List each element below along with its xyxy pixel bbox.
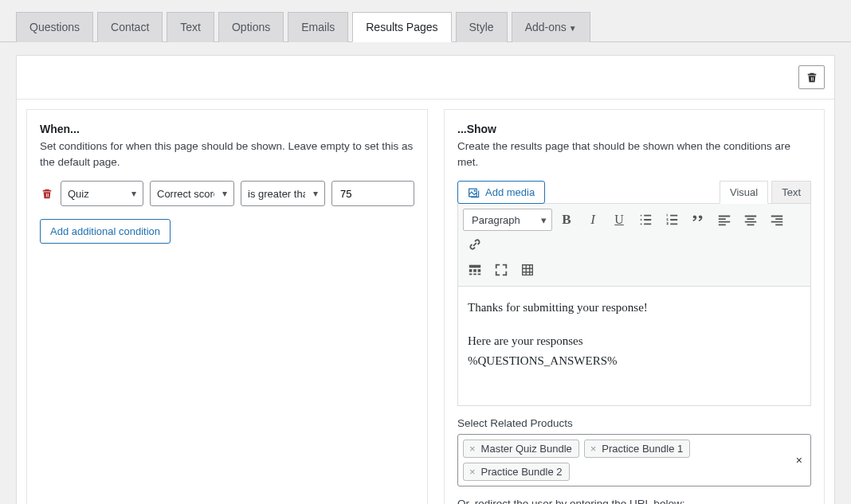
tab-emails[interactable]: Emails	[288, 12, 348, 42]
when-desc: Set conditions for when this page should…	[40, 139, 414, 170]
condition-metric-select[interactable]: Correct score	[150, 181, 234, 206]
svg-rect-5	[469, 274, 473, 275]
editor-tab-text[interactable]: Text	[771, 181, 811, 204]
table-icon	[520, 263, 535, 277]
editor-paragraph: Here are your responses%QUESTIONS_ANSWER…	[468, 331, 801, 372]
related-products-input[interactable]: × Master Quiz Bundle × Practice Bundle 1…	[457, 434, 811, 486]
chevron-down-icon: ▼	[569, 24, 577, 33]
when-title: When...	[40, 123, 414, 135]
condition-value-input[interactable]	[331, 181, 414, 206]
remove-chip-button[interactable]: ×	[588, 443, 599, 455]
editor-mode-tabs: Visual Text	[720, 181, 811, 204]
bullet-list-button[interactable]	[633, 209, 657, 231]
show-title: ...Show	[457, 123, 811, 135]
tab-text[interactable]: Text	[167, 12, 214, 42]
svg-rect-6	[473, 274, 476, 275]
format-select[interactable]: Paragraph	[463, 209, 552, 231]
link-icon	[468, 237, 482, 252]
svg-rect-7	[478, 274, 481, 275]
svg-rect-1	[469, 265, 480, 268]
remove-chip-button[interactable]: ×	[467, 466, 478, 478]
svg-rect-2	[469, 269, 473, 272]
show-panel: ...Show Create the results page that sho…	[444, 109, 825, 504]
product-chip: × Practice Bundle 2	[463, 463, 570, 481]
tab-addons[interactable]: Add-ons▼	[512, 12, 590, 42]
quote-icon	[691, 213, 705, 227]
tab-contact[interactable]: Contact	[97, 12, 163, 42]
numbered-list-icon	[665, 213, 679, 227]
condition-row: Quiz Correct score is greater than	[40, 181, 414, 206]
svg-rect-4	[478, 269, 481, 272]
media-icon	[468, 187, 480, 198]
show-desc: Create the results page that should be s…	[457, 139, 811, 170]
kitchen-sink-icon	[468, 263, 482, 277]
align-left-button[interactable]	[712, 209, 736, 231]
results-page-card: When... Set conditions for when this pag…	[16, 55, 835, 504]
align-right-icon	[770, 213, 784, 227]
product-chip: × Practice Bundle 1	[584, 440, 691, 458]
editor-paragraph: Thanks for submitting your response!	[468, 298, 801, 318]
tab-style[interactable]: Style	[456, 12, 508, 42]
product-chip: × Master Quiz Bundle	[463, 440, 579, 458]
align-right-button[interactable]	[765, 209, 789, 231]
table-button[interactable]	[516, 259, 539, 281]
tab-options[interactable]: Options	[218, 12, 284, 42]
redirect-label: Or, redirect the user by entering the UR…	[457, 498, 811, 504]
remove-chip-button[interactable]: ×	[467, 443, 478, 455]
bullet-list-icon	[638, 213, 653, 227]
trash-icon	[806, 71, 818, 84]
editor-toolbar: Paragraph B I U	[457, 203, 811, 287]
bold-button[interactable]: B	[555, 209, 578, 231]
underline-button[interactable]: U	[607, 209, 631, 231]
delete-page-button[interactable]	[798, 65, 825, 89]
svg-point-0	[474, 189, 476, 191]
tab-results-pages[interactable]: Results Pages	[352, 12, 451, 42]
trash-icon	[41, 188, 53, 199]
fullscreen-icon	[494, 263, 508, 277]
editor-content[interactable]: Thanks for submitting your response! Her…	[457, 287, 811, 406]
add-condition-button[interactable]: Add additional condition	[40, 219, 171, 244]
align-center-icon	[743, 213, 758, 227]
add-media-button[interactable]: Add media	[457, 181, 545, 204]
numbered-list-button[interactable]	[660, 209, 684, 231]
card-header	[17, 56, 834, 100]
related-products-label: Select Related Products	[457, 417, 811, 429]
toolbar-toggle-button[interactable]	[463, 259, 487, 281]
align-left-icon	[717, 213, 731, 227]
editor-tab-visual[interactable]: Visual	[720, 181, 768, 204]
clear-all-button[interactable]: ×	[796, 454, 802, 467]
svg-rect-3	[473, 269, 476, 272]
condition-subject-select[interactable]: Quiz	[61, 181, 143, 206]
align-center-button[interactable]	[739, 209, 763, 231]
fullscreen-button[interactable]	[489, 259, 513, 281]
link-button[interactable]	[463, 233, 487, 256]
italic-button[interactable]: I	[581, 209, 605, 231]
condition-operator-select[interactable]: is greater than	[241, 181, 325, 206]
tab-questions[interactable]: Questions	[16, 12, 93, 42]
when-panel: When... Set conditions for when this pag…	[26, 109, 428, 504]
blockquote-button[interactable]	[686, 209, 710, 231]
main-tabs: Questions Contact Text Options Emails Re…	[0, 0, 851, 42]
delete-condition-button[interactable]	[40, 188, 54, 199]
